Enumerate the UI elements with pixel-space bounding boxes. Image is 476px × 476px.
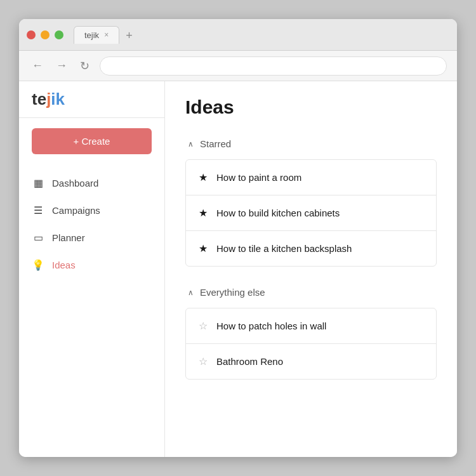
app-content: tejik + Create ▦ Dashboard ☰ Campaigns ▭… <box>19 81 457 457</box>
sidebar-item-ideas[interactable]: 💡 Ideas <box>19 251 164 279</box>
sidebar-item-label: Campaigns <box>52 205 100 216</box>
create-button[interactable]: + Create <box>32 128 152 154</box>
back-button[interactable]: ← <box>29 56 46 75</box>
idea-text: How to tile a kitchen backsplash <box>216 243 352 254</box>
tab-label: tejik <box>84 30 99 40</box>
campaigns-icon: ☰ <box>32 204 44 216</box>
star-icon[interactable]: ★ <box>199 242 208 255</box>
everything-label: Everything else <box>200 287 265 298</box>
forward-button[interactable]: → <box>53 56 70 75</box>
tab-area: tejik × + <box>74 26 449 44</box>
new-tab-button[interactable]: + <box>122 29 136 43</box>
starred-label: Starred <box>200 138 231 149</box>
idea-item[interactable]: ★ How to build kitchen cabinets <box>186 195 436 231</box>
idea-text: Bathroom Reno <box>216 356 283 367</box>
close-button[interactable] <box>27 30 36 39</box>
idea-text: How to paint a room <box>216 172 301 183</box>
starred-section-header[interactable]: ∧ Starred <box>185 133 437 154</box>
ideas-icon: 💡 <box>32 259 44 271</box>
traffic-lights <box>27 30 63 39</box>
sidebar-item-campaigns[interactable]: ☰ Campaigns <box>19 197 164 224</box>
title-bar: tejik × + <box>19 19 457 51</box>
sidebar-item-label: Dashboard <box>52 178 98 188</box>
page-title: Ideas <box>185 96 437 118</box>
idea-item[interactable]: ☆ Bathroom Reno <box>186 344 436 379</box>
tab-close-icon[interactable]: × <box>104 30 109 39</box>
minimize-button[interactable] <box>41 30 50 39</box>
star-icon[interactable]: ★ <box>199 207 208 219</box>
dashboard-icon: ▦ <box>32 177 44 189</box>
starred-chevron: ∧ <box>188 140 194 149</box>
refresh-button[interactable]: ↻ <box>77 56 92 76</box>
logo-area: tejik <box>19 81 164 118</box>
maximize-button[interactable] <box>55 30 63 39</box>
star-empty-icon[interactable]: ☆ <box>199 320 208 332</box>
planner-icon: ▭ <box>32 232 44 244</box>
app-logo: tejik <box>32 89 65 109</box>
logo-ik: ik <box>51 89 65 109</box>
idea-text: How to patch holes in wall <box>216 321 326 331</box>
sidebar-item-dashboard[interactable]: ▦ Dashboard <box>19 169 164 197</box>
nav-bar: ← → ↻ <box>19 51 457 81</box>
starred-list: ★ How to paint a room ★ How to build kit… <box>185 159 437 267</box>
sidebar-nav: ▦ Dashboard ☰ Campaigns ▭ Planner 💡 Idea… <box>19 164 164 284</box>
idea-text: How to build kitchen cabinets <box>216 208 340 218</box>
logo-te: te <box>32 89 46 109</box>
sidebar: tejik + Create ▦ Dashboard ☰ Campaigns ▭… <box>19 81 165 457</box>
sidebar-item-label: Planner <box>52 232 85 243</box>
everything-chevron: ∧ <box>188 288 194 297</box>
sidebar-item-label: Ideas <box>52 260 76 270</box>
star-empty-icon[interactable]: ☆ <box>199 355 208 367</box>
sidebar-item-planner[interactable]: ▭ Planner <box>19 224 164 251</box>
idea-item[interactable]: ★ How to paint a room <box>186 160 436 195</box>
everything-section-header[interactable]: ∧ Everything else <box>185 282 437 303</box>
star-icon[interactable]: ★ <box>199 171 208 183</box>
browser-window: tejik × + ← → ↻ tejik + Create <box>19 19 457 457</box>
url-bar[interactable] <box>100 56 447 76</box>
everything-list: ☆ How to patch holes in wall ☆ Bathroom … <box>185 308 437 380</box>
browser-tab[interactable]: tejik × <box>74 26 119 44</box>
idea-item[interactable]: ☆ How to patch holes in wall <box>186 308 436 344</box>
main-content: Ideas ∧ Starred ★ How to paint a room ★ … <box>165 81 457 457</box>
idea-item[interactable]: ★ How to tile a kitchen backsplash <box>186 231 436 266</box>
